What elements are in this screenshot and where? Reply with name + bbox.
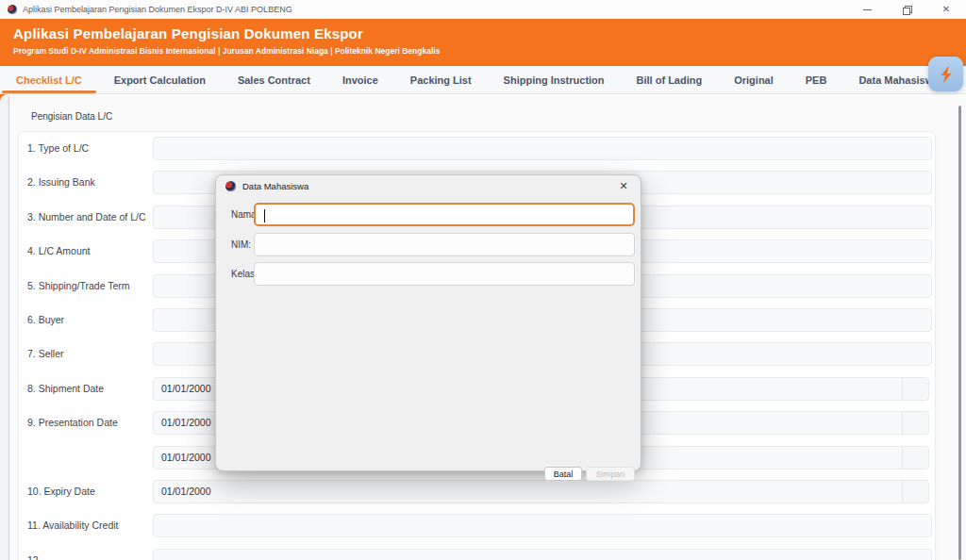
date-picker-button[interactable] (902, 447, 928, 469)
dialog-logo-icon (225, 181, 236, 191)
app-logo-icon (8, 5, 17, 14)
field-label: 9. Presentation Date (27, 411, 118, 435)
field-label: 10. Expiry Date (27, 480, 95, 503)
tab-invoice[interactable]: Invoice (326, 66, 394, 93)
batal-button[interactable]: Batal (544, 467, 582, 481)
dialog-close-icon[interactable]: ✕ (616, 180, 631, 192)
dialog-title: Data Mahasiswa (242, 181, 308, 191)
restore-icon (903, 6, 910, 13)
dialog-field-input[interactable] (254, 233, 635, 256)
close-button[interactable]: ✕ (926, 0, 966, 19)
tab-label: Sales Contract (238, 74, 310, 86)
app-subtitle: Program Studi D-IV Administrasi Bisnis I… (13, 46, 966, 56)
close-icon: ✕ (942, 5, 950, 14)
tab-export-calculation[interactable]: Export Calculation (98, 66, 222, 93)
date-picker-button[interactable] (902, 412, 928, 434)
section-title: Pengisian Data L/C (31, 111, 112, 122)
app-title: Aplikasi Pembelajaran Pengisian Dokumen … (13, 25, 966, 41)
field-input[interactable] (153, 137, 932, 160)
field-label: 4. L/C Amount (27, 239, 91, 263)
tab-label: Original (734, 74, 774, 86)
field-label: 2. Issuing Bank (27, 171, 95, 194)
window-title: Aplikasi Pembelajaran Pengisian Dokumen … (23, 5, 292, 14)
dialog-field-input[interactable] (254, 203, 635, 226)
panel-border (8, 96, 9, 560)
form-row: 1. Type of L/C (19, 137, 935, 160)
vertical-scrollbar[interactable] (958, 106, 961, 560)
tab-shipping-instruction[interactable]: Shipping Instruction (488, 66, 621, 93)
tab-label: Invoice (342, 74, 378, 86)
field-label: 11. Availability Credit (27, 514, 119, 537)
tab-label: Packing List (410, 74, 472, 86)
data-mahasiswa-dialog: Data Mahasiswa ✕ Nama: NIM: Kelas: Batal… (215, 174, 641, 471)
text-caret (264, 209, 265, 222)
field-label: 7. Seller (27, 342, 64, 366)
tab-sales-contract[interactable]: Sales Contract (222, 66, 326, 93)
dialog-titlebar: Data Mahasiswa ✕ (216, 175, 641, 196)
tab-peb[interactable]: PEB (790, 66, 843, 93)
tab-bill-of-lading[interactable]: Bill of Lading (621, 66, 719, 93)
left-edge-strip (0, 94, 8, 560)
tab-label: Export Calculation (114, 74, 206, 86)
minimize-button[interactable] (847, 0, 887, 19)
minimize-icon (863, 9, 872, 10)
field-label: 1. Type of L/C (27, 137, 89, 160)
date-picker-button[interactable] (902, 378, 928, 400)
lightning-icon (936, 64, 957, 85)
tab-label: PEB (806, 74, 827, 86)
app-header: Aplikasi Pembelajaran Pengisian Dokumen … (0, 19, 966, 66)
dialog-field-input[interactable] (254, 262, 635, 286)
tab-bar: Checklist L/CExport CalculationSales Con… (0, 66, 966, 94)
field-input[interactable] (153, 514, 932, 537)
tab-checklist-l-c[interactable]: Checklist L/C (0, 66, 98, 93)
form-row: 12. (19, 549, 935, 560)
header-corner-accent (0, 94, 8, 102)
tab-label: Shipping Instruction (504, 74, 605, 86)
field-label: 8. Shipment Date (27, 377, 104, 401)
field-label: 12. (27, 549, 42, 560)
tab-label: Bill of Lading (637, 74, 703, 86)
simpan-button[interactable]: Simpan (586, 467, 635, 481)
field-input[interactable] (153, 549, 932, 560)
form-row: 11. Availability Credit (19, 514, 935, 537)
dialog-field-label: NIM: (231, 233, 251, 256)
field-label: 5. Shipping/Trade Term (27, 274, 130, 298)
form-row: 10. Expiry Date 01/01/2000 (19, 480, 935, 503)
screenshot-overlay-button[interactable] (928, 57, 963, 91)
window-titlebar: Aplikasi Pembelajaran Pengisian Dokumen … (0, 0, 966, 19)
tab-packing-list[interactable]: Packing List (394, 66, 488, 93)
restore-button[interactable] (887, 0, 926, 19)
field-input[interactable]: 01/01/2000 (153, 480, 929, 503)
app-window: Aplikasi Pembelajaran Pengisian Dokumen … (0, 0, 966, 560)
tab-label: Checklist L/C (16, 74, 82, 86)
tab-original[interactable]: Original (718, 66, 790, 93)
tab-label: Data Mahasiswa (858, 74, 939, 86)
field-label: 3. Number and Date of L/C (27, 206, 145, 229)
window-controls: ✕ (847, 0, 966, 19)
date-picker-button[interactable] (902, 481, 928, 502)
field-label: 6. Buyer (27, 308, 64, 332)
